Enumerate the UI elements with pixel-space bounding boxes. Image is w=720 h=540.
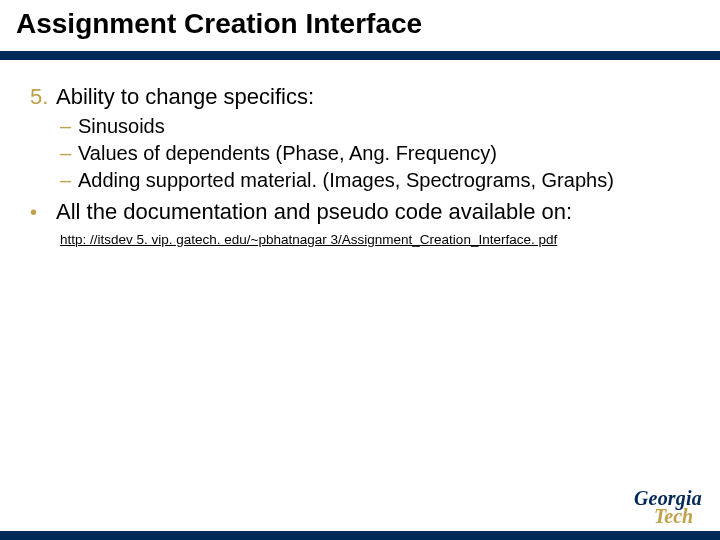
documentation-link-line: http: //itsdev 5. vip. gatech. edu/~pbha…	[60, 232, 690, 247]
sublist-item-text: Sinusoids	[78, 114, 690, 139]
list-item-bullet: • All the documentation and pseudo code …	[30, 199, 690, 226]
dash-marker: –	[60, 141, 78, 166]
list-item-text: All the documentation and pseudo code av…	[56, 199, 690, 226]
documentation-link[interactable]: http: //itsdev 5. vip. gatech. edu/~pbha…	[60, 232, 557, 247]
footer-band	[0, 531, 720, 540]
list-item-5: 5. Ability to change specifics:	[30, 84, 690, 110]
dash-marker: –	[60, 114, 78, 139]
sublist-item: – Adding supported material. (Images, Sp…	[60, 168, 690, 193]
title-rule	[0, 51, 720, 60]
dash-marker: –	[60, 168, 78, 193]
georgia-tech-logo: Georgia Tech	[634, 488, 702, 528]
slide-title: Assignment Creation Interface	[16, 6, 704, 41]
list-marker-number: 5.	[30, 84, 56, 110]
slide: Assignment Creation Interface 5. Ability…	[0, 0, 720, 540]
sublist-item-text: Adding supported material. (Images, Spec…	[78, 168, 690, 193]
bullet-marker: •	[30, 199, 56, 225]
sublist-item: – Sinusoids	[60, 114, 690, 139]
title-block: Assignment Creation Interface	[0, 0, 720, 45]
content-area: 5. Ability to change specifics: – Sinuso…	[0, 60, 720, 247]
list-item-text: Ability to change specifics:	[56, 84, 690, 110]
sublist-item-text: Values of dependents (Phase, Ang. Freque…	[78, 141, 690, 166]
logo-line2: Tech	[654, 506, 702, 526]
sublist-item: – Values of dependents (Phase, Ang. Freq…	[60, 141, 690, 166]
